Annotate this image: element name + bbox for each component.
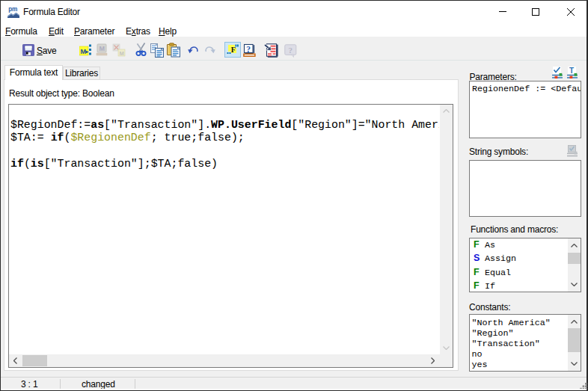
svg-text:M: M [99, 45, 105, 52]
svg-text:M: M [120, 50, 124, 57]
svg-text:?: ? [246, 45, 251, 54]
svg-text:T: T [569, 67, 574, 75]
svg-text:?: ? [289, 46, 293, 55]
svg-text:F: F [231, 46, 236, 54]
svg-text:M: M [81, 48, 86, 55]
svg-text:pm: pm [8, 6, 17, 13]
